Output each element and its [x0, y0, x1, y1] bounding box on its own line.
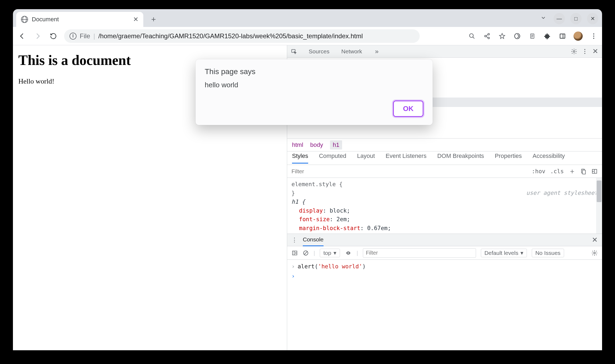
- profile-avatar[interactable]: [574, 32, 583, 41]
- css-prop: margin-block-start: [299, 225, 360, 231]
- svg-point-21: [584, 51, 585, 52]
- styles-filter-input[interactable]: [291, 168, 527, 175]
- toolbar: i File | /home/graeme/Teaching/GAMR1520/…: [13, 27, 602, 45]
- sidepanel-icon[interactable]: [558, 32, 567, 40]
- search-icon[interactable]: [468, 32, 476, 40]
- svg-point-20: [584, 49, 585, 50]
- window-close-button[interactable]: ✕: [587, 13, 598, 24]
- svg-point-16: [593, 35, 594, 36]
- h1-selector-open: h1 {: [291, 197, 598, 206]
- breadcrumb-body[interactable]: body: [310, 141, 323, 148]
- svg-line-6: [486, 36, 488, 37]
- new-style-rule-icon[interactable]: ＋: [569, 167, 576, 176]
- console-filter-input[interactable]: [363, 248, 476, 258]
- window-maximize-button[interactable]: □: [570, 13, 582, 24]
- css-prop: font-size: [299, 216, 330, 223]
- console-clear-icon[interactable]: [303, 250, 309, 256]
- svg-line-30: [304, 251, 307, 254]
- tab-close-icon[interactable]: ✕: [133, 16, 138, 23]
- reload-button[interactable]: [48, 31, 58, 41]
- new-tab-button[interactable]: +: [148, 13, 159, 25]
- console-levels-selector[interactable]: Default levels▾: [481, 249, 527, 257]
- extensions-puzzle-icon[interactable]: [543, 32, 551, 40]
- toolbar-icons: [468, 32, 598, 41]
- console-close-icon[interactable]: ✕: [592, 236, 598, 244]
- element-style-open: element.style {: [291, 180, 598, 189]
- extension-circle-icon[interactable]: [513, 32, 521, 40]
- svg-rect-24: [582, 170, 585, 174]
- svg-point-2: [488, 33, 489, 35]
- css-prop: margin-block-end: [299, 234, 353, 234]
- console-tab-label[interactable]: Console: [303, 236, 324, 246]
- console-live-expression-icon[interactable]: [345, 250, 352, 256]
- css-val: block: [330, 207, 347, 214]
- url-path: /home/graeme/Teaching/GAMR1520/GAMR1520-…: [98, 32, 363, 40]
- user-agent-stylesheet-label: user agent stylesheet: [526, 189, 598, 197]
- subtab-layout[interactable]: Layout: [357, 152, 375, 164]
- url-scheme: File: [80, 32, 90, 40]
- forward-button[interactable]: [33, 31, 43, 41]
- subtab-dom-breakpoints[interactable]: DOM Breakpoints: [437, 152, 484, 164]
- subtab-accessibility[interactable]: Accessibility: [533, 152, 565, 164]
- subtab-properties[interactable]: Properties: [495, 152, 522, 164]
- console-context-selector[interactable]: top▾: [320, 249, 340, 257]
- back-button[interactable]: [17, 31, 27, 41]
- window-minimize-button[interactable]: —: [554, 13, 565, 24]
- subtab-computed[interactable]: Computed: [319, 152, 346, 164]
- subtab-event-listeners[interactable]: Event Listeners: [386, 152, 427, 164]
- alert-title: This page says: [205, 67, 423, 76]
- cls-toggle[interactable]: .cls: [550, 168, 564, 175]
- devtools-kebab-icon[interactable]: [584, 48, 586, 54]
- svg-point-0: [470, 34, 473, 37]
- css-val: 0.67em: [360, 234, 381, 234]
- styles-subtabs: Styles Computed Layout Event Listeners D…: [287, 151, 602, 165]
- console-body[interactable]: ›alert('hello world') ›: [287, 260, 602, 350]
- kebab-menu-icon[interactable]: [590, 32, 598, 40]
- svg-rect-13: [560, 34, 565, 38]
- console-prompt[interactable]: ›: [291, 272, 598, 281]
- tab-title: Document: [32, 16, 129, 23]
- svg-point-15: [593, 33, 594, 34]
- devtools-inspect-icon[interactable]: [291, 48, 297, 54]
- share-icon[interactable]: [483, 32, 491, 40]
- address-bar[interactable]: i File | /home/graeme/Teaching/GAMR1520/…: [64, 29, 420, 43]
- devtools-tabbar: Sources Network » ✕: [287, 45, 602, 58]
- breadcrumb-html[interactable]: html: [292, 141, 303, 148]
- tab-document[interactable]: Document ✕: [16, 12, 143, 27]
- breadcrumb-h1[interactable]: h1: [330, 140, 342, 150]
- styles-filter-bar: :hov .cls ＋: [287, 165, 602, 178]
- svg-point-3: [485, 35, 486, 37]
- subtab-styles[interactable]: Styles: [292, 152, 308, 164]
- hov-toggle[interactable]: :hov: [532, 168, 545, 175]
- alert-ok-button[interactable]: OK: [393, 100, 423, 117]
- alert-message: hello world: [205, 81, 423, 89]
- svg-point-32: [594, 252, 595, 254]
- computed-toggle-icon[interactable]: [591, 168, 598, 174]
- tabs-dropdown-icon[interactable]: [538, 13, 548, 23]
- bookmark-star-icon[interactable]: [498, 32, 506, 40]
- console-settings-gear-icon[interactable]: [591, 250, 598, 256]
- devtools-close-icon[interactable]: ✕: [592, 47, 598, 56]
- styles-scrollbar[interactable]: [596, 178, 602, 234]
- svg-point-8: [515, 33, 520, 39]
- print-media-icon[interactable]: [581, 168, 586, 174]
- alert-dialog: This page says hello world OK: [196, 59, 433, 125]
- console-line: ›alert('hello world'): [291, 262, 598, 272]
- devtools-tab-sources[interactable]: Sources: [309, 48, 329, 55]
- css-val: 0.67em: [367, 225, 388, 231]
- site-info-icon[interactable]: i: [70, 33, 77, 40]
- svg-point-17: [593, 37, 594, 39]
- console-no-issues[interactable]: No Issues: [532, 249, 564, 257]
- devtools-gear-icon[interactable]: [571, 48, 577, 55]
- console-toolbar: | top▾ | Default levels▾ No Issues: [287, 246, 602, 260]
- console-sidebar-toggle-icon[interactable]: [291, 250, 298, 256]
- reading-list-icon[interactable]: [528, 32, 536, 40]
- console-kebab-icon[interactable]: ⋮: [291, 237, 297, 244]
- styles-pane[interactable]: element.style { } h1 { user agent styles…: [287, 178, 602, 234]
- window-controls: — □ ✕: [538, 13, 598, 24]
- svg-line-1: [473, 37, 474, 39]
- devtools-tab-network[interactable]: Network: [341, 48, 362, 55]
- svg-point-4: [488, 37, 489, 39]
- devtools-tab-overflow-icon[interactable]: »: [375, 48, 378, 55]
- browser-window: Document ✕ + — □ ✕ i File | /home/graeme…: [13, 9, 602, 350]
